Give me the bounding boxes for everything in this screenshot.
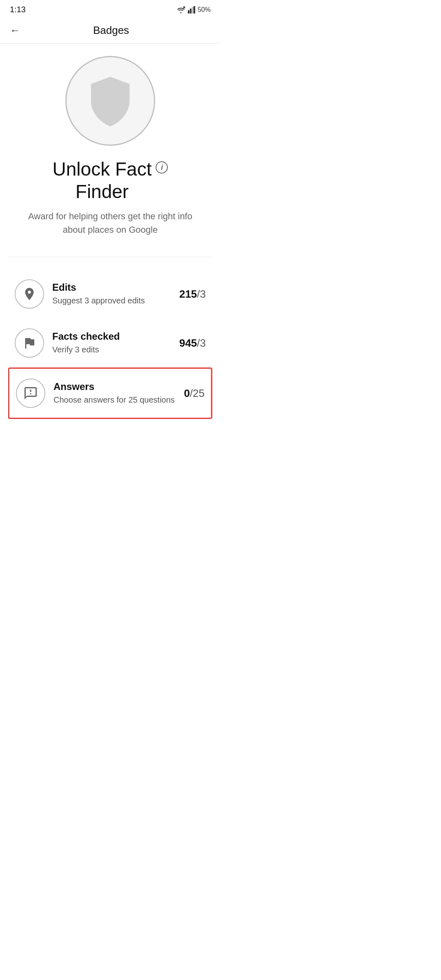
badge-section: Unlock Fact Finder i Award for helping o… xyxy=(0,44,220,245)
facts-checked-content: Facts checked Verify 3 edits xyxy=(52,331,171,355)
badge-shield xyxy=(84,74,137,127)
page-title: Badges xyxy=(22,24,200,37)
info-icon[interactable]: i xyxy=(156,161,168,174)
badge-description: Award for helping others get the right i… xyxy=(16,209,204,236)
svg-rect-4 xyxy=(192,7,194,13)
svg-rect-2 xyxy=(188,10,189,13)
facts-checked-title: Facts checked xyxy=(52,331,171,342)
edits-icon-circle xyxy=(15,279,44,309)
edits-subtitle: Suggest 3 approved edits xyxy=(52,295,171,306)
progress-item-answers: Answers Choose answers for 25 questions … xyxy=(8,368,212,419)
status-bar: 1:13 50% xyxy=(0,0,220,18)
badge-title: Unlock Fact Finder xyxy=(53,158,152,203)
answers-subtitle: Choose answers for 25 questions xyxy=(53,394,176,405)
badge-icon-circle xyxy=(65,56,155,146)
facts-checked-target: /3 xyxy=(197,337,206,349)
svg-rect-5 xyxy=(194,6,195,13)
answers-progress: 0/25 xyxy=(184,387,205,400)
badge-title-text: Unlock Fact Finder xyxy=(53,158,152,203)
edits-content: Edits Suggest 3 approved edits xyxy=(52,282,171,306)
wifi-icon xyxy=(176,6,185,13)
flag-icon xyxy=(22,336,37,350)
facts-checked-icon-circle xyxy=(15,328,44,358)
status-icons: 50% xyxy=(176,6,211,13)
top-nav: ← Badges xyxy=(0,18,220,44)
status-time: 1:13 xyxy=(10,5,26,14)
signal-icon xyxy=(188,6,195,13)
chat-icon xyxy=(23,386,38,401)
badge-shape xyxy=(84,74,137,127)
edits-title: Edits xyxy=(52,282,171,293)
battery-text: 50% xyxy=(198,6,211,13)
answers-target: /25 xyxy=(190,387,205,399)
progress-item-edits: Edits Suggest 3 approved edits 215/3 xyxy=(8,270,212,318)
facts-checked-progress: 945/3 xyxy=(179,337,206,350)
progress-items-list: Edits Suggest 3 approved edits 215/3 Fac… xyxy=(0,270,220,419)
answers-title: Answers xyxy=(53,381,176,392)
section-divider xyxy=(8,257,212,257)
facts-checked-subtitle: Verify 3 edits xyxy=(52,344,171,355)
facts-checked-current: 945 xyxy=(179,337,197,349)
progress-item-facts-checked: Facts checked Verify 3 edits 945/3 xyxy=(8,318,212,368)
answers-content: Answers Choose answers for 25 questions xyxy=(53,381,176,405)
answers-icon-circle xyxy=(16,379,45,408)
answers-current: 0 xyxy=(184,387,189,399)
edits-current: 215 xyxy=(179,288,197,300)
badge-title-row: Unlock Fact Finder i xyxy=(53,158,168,203)
pin-icon xyxy=(22,287,37,301)
back-button[interactable]: ← xyxy=(8,22,22,38)
svg-rect-3 xyxy=(190,9,192,13)
edits-target: /3 xyxy=(197,288,206,300)
edits-progress: 215/3 xyxy=(179,288,206,301)
